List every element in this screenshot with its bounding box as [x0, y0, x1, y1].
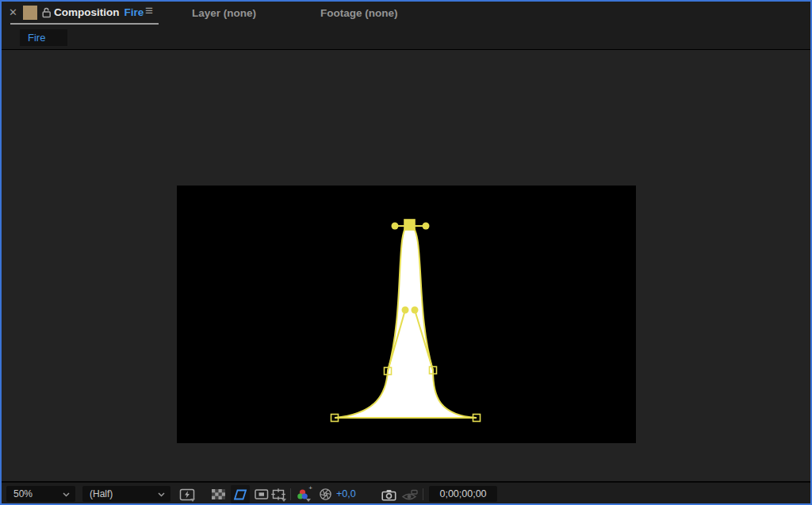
handle-point[interactable] — [402, 307, 409, 314]
panel-color-swatch — [23, 6, 37, 20]
composition-canvas[interactable] — [177, 186, 636, 443]
composition-panel: ✕ CompositionFire ≡ Layer (none) Footage… — [0, 0, 812, 505]
exposure-value[interactable]: +0,0 — [336, 488, 356, 499]
reset-exposure-button[interactable] — [316, 485, 335, 503]
comp-tab-fire[interactable]: Fire — [20, 29, 67, 46]
timecode-field[interactable]: 0;00;00;00 — [429, 486, 497, 502]
grid-guides-button[interactable] — [269, 485, 288, 503]
chevron-down-icon — [63, 492, 70, 497]
tab-layer-viewer[interactable]: Layer (none) — [192, 7, 256, 19]
viewer-toolbar: 50% (Half) — [0, 482, 812, 505]
close-icon[interactable]: ✕ — [9, 6, 17, 18]
magnification-value: 50% — [6, 488, 33, 499]
mask-shape-overlay — [177, 186, 636, 443]
plus-icon: + — [308, 484, 312, 492]
magnification-dropdown[interactable]: 50% — [6, 486, 75, 502]
transparency-grid-button[interactable] — [209, 485, 228, 503]
show-snapshot-button[interactable] — [400, 486, 419, 504]
mask-path-icon — [232, 489, 248, 500]
mask-visibility-button[interactable] — [231, 485, 250, 503]
menu-triangle-icon — [282, 499, 286, 502]
handle-point[interactable] — [392, 223, 399, 230]
toolbar-separator — [290, 488, 291, 500]
composition-tab-name: Fire — [124, 6, 144, 18]
region-of-interest-icon — [255, 489, 269, 499]
snapshot-button[interactable] — [379, 486, 398, 504]
viewer-tab-strip: ✕ CompositionFire ≡ Layer (none) Footage… — [0, 0, 812, 49]
composition-viewer-tab[interactable]: CompositionFire — [54, 6, 144, 18]
toolbar-separator — [423, 488, 423, 500]
camera-icon — [381, 489, 396, 501]
flame-shape[interactable] — [335, 224, 477, 418]
aperture-icon — [319, 488, 332, 501]
menu-triangle-icon — [190, 499, 195, 502]
handle-point[interactable] — [423, 223, 430, 230]
handle-point[interactable] — [412, 307, 419, 314]
checkerboard-icon — [212, 489, 225, 499]
unlock-icon[interactable] — [41, 7, 52, 21]
fast-previews-button[interactable] — [178, 485, 197, 503]
tab-footage-viewer[interactable]: Footage (none) — [320, 7, 398, 19]
menu-triangle-icon — [306, 499, 311, 502]
active-tab-underline — [10, 23, 159, 25]
composition-viewport[interactable] — [0, 50, 812, 481]
vertex-top-selected[interactable] — [404, 220, 415, 230]
panel-menu-icon[interactable]: ≡ — [145, 3, 153, 19]
eye-camera-icon — [401, 489, 418, 501]
resolution-value: (Half) — [82, 488, 113, 499]
composition-tab-prefix: Composition — [54, 6, 120, 18]
channel-color-button[interactable]: + — [293, 485, 312, 503]
chevron-down-icon — [158, 492, 165, 497]
resolution-dropdown[interactable]: (Half) — [82, 486, 170, 502]
